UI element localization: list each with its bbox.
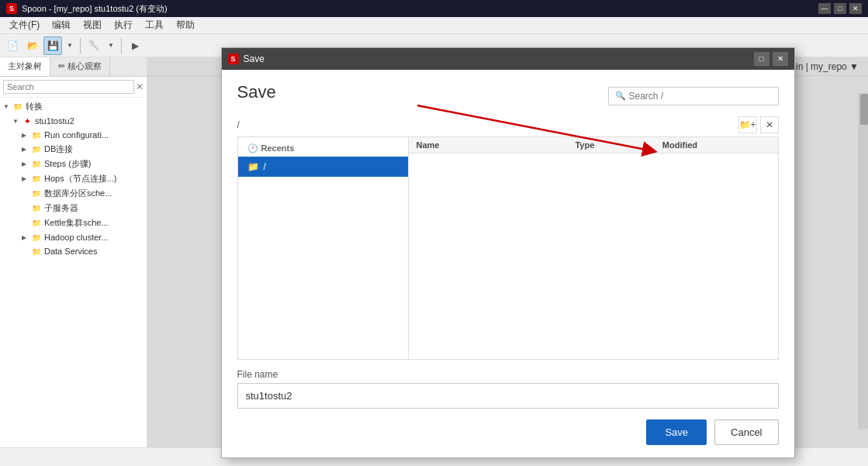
menu-tools[interactable]: 工具 (139, 17, 170, 33)
dialog-search-box[interactable]: 🔍 (608, 87, 779, 105)
folder-icon: 📁 (12, 102, 23, 112)
menu-bar: 文件(F) 编辑 视图 执行 工具 帮助 (0, 17, 868, 34)
tree-item-db-partition[interactable]: 📁 数据库分区sche... (0, 186, 147, 201)
folder-icon: 📁 (31, 144, 42, 155)
dialog-title-label: Save (244, 54, 265, 64)
tree-item-subserver[interactable]: 📁 子服务器 (0, 201, 147, 216)
dialog-search-input[interactable] (629, 91, 772, 102)
sidebar-search: ✕ (0, 77, 147, 98)
tree-item-hadoop[interactable]: ▶ 📁 Hadoop cluster... (0, 230, 147, 244)
panel-table-body (409, 154, 778, 359)
dialog-nav-row: / 📁+ ✕ (237, 116, 779, 133)
tree-container: ▼ 📁 转换 ▼ ✦ stu1tostu2 ▶ 📁 Run configurat… (0, 98, 147, 447)
tree-label: 子服务器 (44, 202, 78, 214)
spoon-button[interactable]: 🥄 (85, 36, 103, 55)
tree-item-data-services[interactable]: 📁 Data Services (0, 244, 147, 258)
menu-edit[interactable]: 编辑 (46, 17, 77, 33)
panel-right: Name Type Modified (409, 137, 778, 359)
folder-icon: 📁 (247, 161, 259, 172)
menu-view[interactable]: 视图 (77, 17, 108, 33)
dialog-save-button[interactable]: Save (646, 419, 707, 445)
arrow-icon: ▶ (22, 175, 31, 182)
folder-icon: 📁 (31, 188, 42, 199)
tree-label: DB连接 (44, 143, 73, 155)
title-bar-controls[interactable]: — □ ✕ (818, 3, 862, 14)
panel-left: 🕐 Recents 📁 / (238, 137, 409, 359)
tree-item-transform-root[interactable]: ▼ 📁 转换 (0, 99, 147, 114)
folder-icon: 📁 (31, 218, 42, 229)
dialog-controls[interactable]: □ ✕ (754, 52, 788, 66)
dialog-body: Save 🔍 / 📁+ (222, 70, 794, 457)
modal-overlay: S Save □ ✕ Save (147, 57, 868, 447)
tab-core-view[interactable]: ✏ 核心观察 (50, 57, 110, 76)
menu-run[interactable]: 执行 (108, 17, 139, 33)
new-folder-button[interactable]: 📁+ (738, 116, 757, 133)
close-nav-button[interactable]: ✕ (760, 116, 779, 133)
folder-icon: 📁 (31, 232, 42, 243)
tree-label: Kettle集群sche... (44, 217, 109, 229)
recents-header: 🕐 Recents (238, 137, 408, 157)
col-header-modified: Modified (655, 140, 778, 150)
tree-label: Hadoop cluster... (44, 233, 109, 242)
tab-core-view-label: ✏ (58, 61, 67, 71)
menu-help[interactable]: 帮助 (170, 17, 201, 33)
toolbar-sep-2 (121, 38, 122, 54)
tab-main-tree[interactable]: 主对象树 (0, 57, 50, 76)
title-bar-left: S Spoon - [my_repo] stu1tostu2 (有变动) (6, 3, 168, 15)
menu-file[interactable]: 文件(F) (3, 17, 46, 33)
transform-icon: ✦ (22, 116, 33, 126)
new-folder-icon: 📁+ (739, 119, 756, 130)
tree-item-db[interactable]: ▶ 📁 DB连接 (0, 142, 147, 157)
dialog-save-heading: Save (237, 82, 276, 102)
app-title: Spoon - [my_repo] stu1tostu2 (有变动) (22, 3, 168, 15)
dialog-nav-icons: 📁+ ✕ (738, 116, 779, 133)
save-dropdown[interactable]: ▼ (64, 36, 76, 55)
close-button[interactable]: ✕ (849, 3, 862, 14)
recents-item-root[interactable]: 📁 / (238, 157, 408, 177)
tree-item-kettle-cluster[interactable]: 📁 Kettle集群sche... (0, 216, 147, 230)
tree-item-steps[interactable]: ▶ 📁 Steps (步骤) (0, 157, 147, 171)
folder-icon: 📁 (31, 203, 42, 214)
folder-icon: 📁 (31, 159, 42, 170)
dialog-maximize-button[interactable]: □ (754, 52, 769, 66)
dialog-title-bar: S Save □ ✕ (222, 48, 794, 70)
open-button[interactable]: 📂 (23, 36, 42, 55)
sidebar-tabs: 主对象树 ✏ 核心观察 (0, 57, 147, 77)
spoon-dropdown[interactable]: ▼ (105, 36, 117, 55)
filename-label: File name (237, 369, 779, 380)
folder-icon: 📁 (31, 129, 42, 140)
save-dialog: S Save □ ✕ Save (221, 47, 795, 458)
save-toolbar-button[interactable]: 💾 (43, 36, 62, 55)
dialog-close-button[interactable]: ✕ (773, 52, 788, 66)
tree-label: Data Services (44, 247, 97, 256)
main-content: 主对象树 ✏ 核心观察 ✕ ▼ 📁 转换 ▼ ✦ stu1tostu2 (0, 57, 868, 447)
filename-input[interactable] (237, 383, 779, 409)
dialog-header-row: Save 🔍 (237, 82, 779, 110)
tree-item-run-config[interactable]: ▶ 📁 Run configurati... (0, 128, 147, 142)
close-nav-icon: ✕ (766, 119, 773, 130)
arrow-icon: ▶ (22, 234, 31, 241)
dialog-title-left: S Save (228, 54, 265, 64)
title-bar: S Spoon - [my_repo] stu1tostu2 (有变动) — □… (0, 0, 868, 17)
toolbar-sep-1 (80, 38, 81, 54)
arrow-icon: ▶ (22, 146, 31, 153)
search-clear-icon[interactable]: ✕ (136, 81, 144, 92)
run-button[interactable]: ▶ (126, 36, 144, 55)
right-panel: admin | my_repo ▼ (147, 57, 868, 447)
col-header-name: Name (409, 140, 568, 150)
dialog-app-icon: S (228, 54, 239, 64)
new-button[interactable]: 📄 (3, 36, 22, 55)
arrow-icon: ▶ (22, 161, 31, 167)
tree-label: 数据库分区sche... (44, 188, 112, 199)
search-icon: 🔍 (615, 91, 626, 101)
tree-item-hops[interactable]: ▶ 📁 Hops（节点连接...) (0, 171, 147, 186)
dialog-cancel-button[interactable]: Cancel (714, 419, 778, 445)
tree-label: stu1tostu2 (35, 116, 74, 126)
tree-item-stu1tostu2[interactable]: ▼ ✦ stu1tostu2 (0, 114, 147, 128)
sidebar: 主对象树 ✏ 核心观察 ✕ ▼ 📁 转换 ▼ ✦ stu1tostu2 (0, 57, 147, 447)
search-input[interactable] (3, 80, 134, 94)
col-header-type: Type (567, 140, 654, 150)
maximize-button[interactable]: □ (834, 3, 846, 14)
dialog-buttons: Save Cancel (237, 419, 779, 445)
minimize-button[interactable]: — (818, 3, 831, 14)
